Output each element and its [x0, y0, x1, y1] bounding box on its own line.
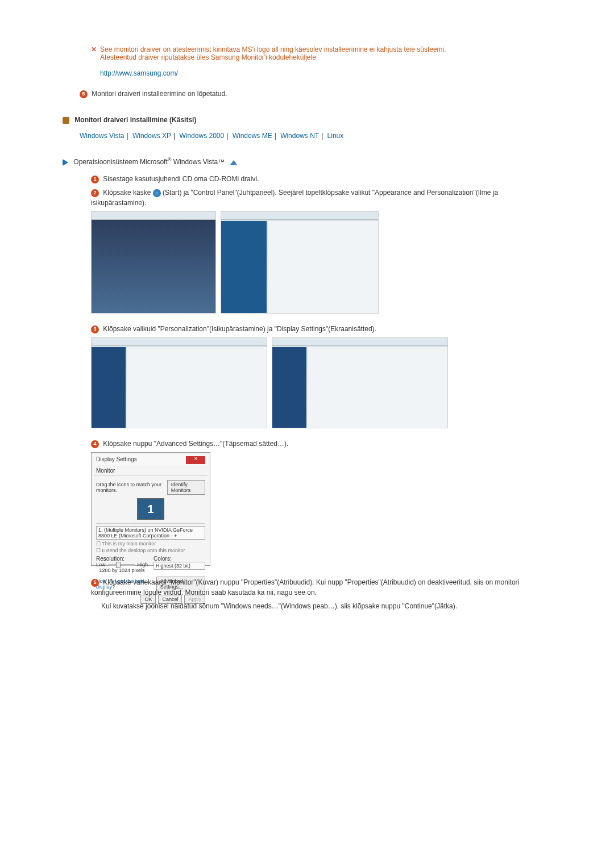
- slider-high: High: [137, 562, 148, 567]
- colors-label: Colors:: [154, 556, 205, 562]
- vista-step1-text: Sisestage kasutusjuhendi CD oma CD-ROMi …: [103, 175, 259, 183]
- link-xp[interactable]: Windows XP: [132, 132, 171, 140]
- step-badge-2: 2: [91, 189, 99, 197]
- screenshot-personalization-2: [272, 337, 448, 428]
- vista-step-2: 2 Klõpsake käske (Start) ja "Control Pan…: [91, 187, 546, 208]
- step-badge-4: 4: [91, 440, 99, 448]
- step-5-prev: 5 Monitori draiveri installeerimine on l…: [80, 89, 546, 99]
- vista-step-5: 5 Klõpsake vahekaardi "Monitor"(Kuvar) n…: [91, 577, 546, 598]
- screenshot-row-2: [91, 337, 546, 428]
- step-5-text: Monitori draiveri installeerimine on lõp…: [92, 90, 227, 98]
- vista-step4-text: Klõpsake nuppu "Advanced Settings…"(Täps…: [103, 440, 288, 448]
- os-links-row: Windows Vista| Windows XP| Windows 2000|…: [80, 132, 546, 140]
- drag-text: Drag the icons to match your monitors.: [96, 482, 167, 493]
- os-suffix: Windows Vista™: [171, 158, 225, 166]
- screenshot-control-panel: [221, 211, 379, 314]
- colors-select[interactable]: Highest (32 bit): [154, 562, 205, 570]
- display-settings-dialog: Display Settings ✕ Monitor Drag the icon…: [91, 452, 210, 566]
- screenshot-personalization-1: [91, 337, 267, 428]
- up-arrow-icon[interactable]: [230, 160, 237, 165]
- warning-note: ✕See monitori draiver on atesteerimist k…: [91, 45, 546, 77]
- vista-os-line: Operatsioonisüsteem Microsoft® Windows V…: [63, 157, 546, 166]
- start-orb-icon: [153, 189, 161, 197]
- step-badge-5: 5: [80, 90, 88, 98]
- vista-step3-text: Klõpsake valikuid "Personalization"(Isik…: [103, 325, 376, 333]
- step-badge-5b: 5: [91, 579, 99, 587]
- cb-extend-desktop: ☐ Extend the desktop onto this monitor: [96, 548, 205, 553]
- identify-monitors-button[interactable]: Identify Monitors: [167, 480, 205, 495]
- monitor-select[interactable]: 1. (Multiple Monitors) on NVIDIA GeForce…: [96, 526, 205, 540]
- resolution-label: Resolution:: [96, 556, 148, 562]
- link-linux[interactable]: Linux: [327, 132, 344, 140]
- vista-step-4: 4 Klõpsake nuppu "Advanced Settings…"(Tä…: [91, 439, 546, 449]
- heading-manual-install: Monitori draiveri installimine (Käsitsi): [63, 116, 546, 124]
- slider-low: Low: [96, 562, 106, 567]
- vista-step-3: 3 Klõpsake valikuid "Personalization"(Is…: [91, 324, 546, 334]
- link-vista[interactable]: Windows Vista: [80, 132, 124, 140]
- resolution-text: 1280 by 1024 pixels: [96, 567, 148, 573]
- vista-step2a: Klõpsake käske: [103, 189, 152, 197]
- x-mark-icon: ✕: [91, 45, 100, 53]
- monitor-preview[interactable]: 1: [137, 498, 164, 520]
- dialog-title: Display Settings: [96, 456, 137, 464]
- close-icon[interactable]: ✕: [186, 456, 205, 464]
- heading-manual-text: Monitori draiveri installimine (Käsitsi): [74, 116, 196, 124]
- link-w2k[interactable]: Windows 2000: [179, 132, 224, 140]
- vista-step-1: 1 Sisestage kasutusjuhendi CD oma CD-ROM…: [91, 174, 546, 184]
- step-badge-1: 1: [91, 176, 99, 183]
- note-text-2: Atesteeritud draiver riputatakse üles Sa…: [100, 53, 546, 61]
- screenshot-start-menu: [91, 211, 216, 314]
- step-badge-3: 3: [91, 326, 99, 333]
- samsung-link[interactable]: http://www.samsung.com/: [100, 69, 178, 77]
- play-arrow-icon: [63, 159, 68, 166]
- os-prefix: Operatsioonisüsteem Microsoft: [73, 158, 167, 166]
- vista-step5b-text: Kui kuvatakse joonisel näidatud sõnum "W…: [101, 602, 457, 610]
- screenshot-row-1: [91, 211, 546, 314]
- cb-main-monitor: ☐ This is my main monitor: [96, 541, 205, 546]
- vista-step-5b: Kui kuvatakse joonisel näidatud sõnum "W…: [101, 601, 546, 611]
- note-text-1: See monitori draiver on atesteerimist ki…: [100, 45, 446, 53]
- vista-step5-text: Klõpsake vahekaardi "Monitor"(Kuvar) nup…: [91, 578, 519, 596]
- bullet-icon: [63, 117, 69, 124]
- link-nt[interactable]: Windows NT: [280, 132, 319, 140]
- resolution-slider[interactable]: [108, 564, 135, 566]
- dialog-tab[interactable]: Monitor: [94, 466, 208, 475]
- link-me[interactable]: Windows ME: [233, 132, 272, 140]
